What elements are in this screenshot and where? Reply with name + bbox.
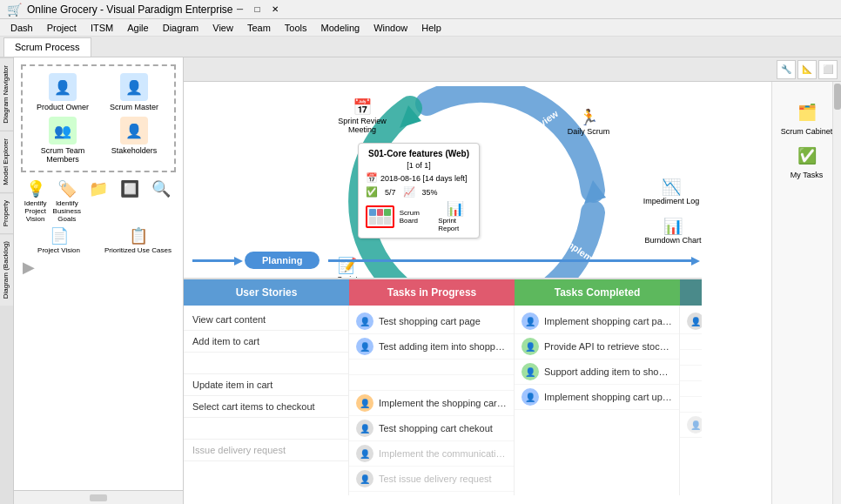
identify-business-goals[interactable]: 🏷️ Identify Business Goals [52, 179, 81, 223]
sprint-center-box[interactable]: S01-Core features (Web) [1 of 1] 📅 2018-… [358, 143, 480, 239]
story-spacer2 [184, 418, 348, 440]
menu-item-agile[interactable]: Agile [120, 21, 155, 35]
app-title: Online Grocery - Visual Paradigm Enterpr… [27, 3, 233, 16]
my-tasks-item[interactable]: ✅ My Tasks [790, 143, 824, 179]
avatar-10: 👤 [521, 388, 539, 406]
scrum-process-tab[interactable]: Scrum Process [3, 37, 91, 57]
vtab-diagram-navigator[interactable]: Diagram Navigator [0, 57, 13, 131]
project-vision-item[interactable]: 📄 Project Vision [21, 226, 97, 254]
avatar-2: 👤 [356, 338, 373, 355]
story-select-checkout: Select cart items to checkout [184, 396, 348, 418]
menu-item-modeling[interactable]: Modeling [314, 21, 367, 35]
task-closed-spacer4 [680, 381, 702, 397]
avatar-3: 👤 [356, 394, 373, 412]
product-owner-icon: 👤 [49, 73, 77, 101]
right-panel: 🔧 📐 ⬜ Revie [184, 57, 841, 504]
list-icon: 📋 [129, 226, 148, 245]
task-api-stock: 👤 Provide API to retrieve stock i... [515, 334, 679, 360]
board-header: User Stories Tasks in Progress Tasks Com… [184, 279, 702, 306]
sprint-report-box[interactable]: 📊 Sprint Report [438, 200, 472, 232]
scrum-board-thumb[interactable] [366, 205, 394, 228]
cabinet-sidebar: 🗂️ Scrum Cabinet ✅ My Tasks [771, 82, 841, 504]
task-text-8: Provide API to retrieve stock i... [544, 341, 672, 352]
task-closed-spacer3 [680, 366, 702, 381]
task-text-4: Test shopping cart chekout [379, 423, 493, 433]
task-impl-update: 👤 Implement shopping cart upd... [515, 385, 679, 410]
vtab-property[interactable]: Property [0, 192, 13, 233]
tag-icon: 🏷️ [57, 179, 77, 198]
stakeholders-icon: 👤 [120, 117, 148, 144]
stakeholders-item[interactable]: 👤 Stakeholders [101, 117, 167, 164]
task-spacer1 [349, 360, 514, 375]
task-text-10: Implement shopping cart upd... [544, 392, 672, 402]
menu-item-itsm[interactable]: ITSM [84, 21, 120, 35]
task-text-2: Test adding item into shoppin... [379, 341, 507, 352]
scrum-team-item[interactable]: 👥 Scrum Team Members [30, 117, 96, 164]
vtab-model-explorer[interactable]: Model Explorer [0, 131, 13, 192]
menu-item-help[interactable]: Help [414, 21, 448, 35]
menu-item-dash[interactable]: Dash [3, 21, 40, 35]
sprint-subtitle: [1 of 1] [366, 161, 472, 170]
col-header-completed: Tasks Completed [515, 279, 680, 306]
task-text-1: Test shopping cart page [379, 316, 481, 326]
scrum-board: User Stories Tasks in Progress Tasks Com… [184, 278, 702, 504]
menu-item-diagram[interactable]: Diagram [156, 21, 206, 35]
vtab-diagram-backlog[interactable]: Diagram (Backlog) [0, 233, 13, 306]
right-scrollbar[interactable] [832, 82, 841, 504]
scrollbar-thumb[interactable] [834, 84, 841, 110]
folder-item[interactable]: 📁 [84, 179, 112, 223]
toolbar: 🔧 📐 ⬜ [184, 57, 841, 82]
avatar-12: 👤 [687, 416, 702, 433]
task-closed-spacer5 [680, 397, 702, 413]
planning-button[interactable]: Planning [245, 252, 320, 269]
avatar-11: 👤 [687, 312, 702, 330]
minimize-button[interactable]: ─ [233, 3, 247, 17]
menu-item-window[interactable]: Window [367, 21, 414, 35]
avatar-4: 👤 [356, 420, 373, 437]
in-progress-column: 👤 Test shopping cart page 👤 Test adding … [349, 306, 515, 495]
scrum-cabinet-item[interactable]: 🗂️ Scrum Cabinet [781, 99, 833, 136]
task-text-6: Test issue delivery request [379, 474, 492, 484]
task-design-cart: 👤 Design shopping cart page [680, 309, 702, 334]
menu-item-view[interactable]: View [205, 21, 240, 35]
user-stories-column: View cart content Add item to cart Updat… [184, 306, 349, 495]
avatar-8: 👤 [521, 338, 539, 355]
maximize-button[interactable]: □ [251, 3, 265, 17]
menubar: DashProjectITSMAgileDiagramViewTeamTools… [0, 19, 841, 37]
story-spacer1 [184, 353, 348, 374]
menu-item-tools[interactable]: Tools [278, 21, 314, 35]
product-owner-item[interactable]: 👤 Product Owner [30, 73, 96, 111]
vertical-tabs: Diagram Navigator Model Explorer Propert… [0, 57, 14, 504]
close-button[interactable]: ✕ [268, 3, 282, 17]
toolbar-btn-3[interactable]: ⬜ [818, 60, 838, 79]
board-body: View cart content Add item to cart Updat… [184, 306, 702, 495]
toolbar-btn-2[interactable]: 📐 [797, 60, 817, 79]
menu-item-project[interactable]: Project [40, 21, 84, 35]
bulb-icon: 💡 [26, 179, 45, 198]
toolbar-btn-1[interactable]: 🔧 [777, 60, 796, 79]
search-item[interactable]: 🔍 [147, 179, 176, 223]
task-closed-spacer1 [680, 334, 702, 350]
task-closed-spacer2 [680, 350, 702, 366]
left-panel: 👤 Product Owner 👤 Scrum Master 👥 Scrum T… [14, 57, 184, 504]
svg-text:Retrospect: Retrospect [314, 175, 325, 225]
menu-item-team[interactable]: Team [240, 21, 278, 35]
task-text-7: Implement shopping cart page [544, 316, 672, 326]
scrum-team-label: Scrum Team Members [30, 146, 96, 164]
impediment-icon: 📉 [662, 178, 681, 197]
folder-icon: 📁 [89, 179, 108, 198]
scrum-master-item[interactable]: 👤 Scrum Master [101, 73, 167, 111]
grid-item[interactable]: 🔲 [116, 179, 145, 223]
identify-project-vision[interactable]: 💡 Identify Project Vision [21, 179, 50, 223]
col-header-closed: Tasks Closed [680, 279, 702, 306]
task-implement-cart: 👤 Implement the shopping cart ... [349, 391, 514, 416]
hscroll-thumb[interactable] [90, 494, 107, 501]
sprint-review-node: 📅 Sprint Review Meeting [332, 97, 393, 134]
prioritized-use-cases[interactable]: 📋 Prioritized Use Cases [100, 226, 176, 254]
cabinet-icon: 🗂️ [790, 99, 824, 125]
task-impl-cart: 👤 Implement shopping cart page [515, 309, 679, 334]
product-owner-label: Product Owner [37, 103, 89, 111]
task-text-3: Implement the shopping cart ... [379, 398, 507, 408]
task-communicate: 👤 Implement the communicatio... [349, 441, 514, 467]
task-test-delivery: 👤 Test issue delivery request [349, 467, 514, 492]
